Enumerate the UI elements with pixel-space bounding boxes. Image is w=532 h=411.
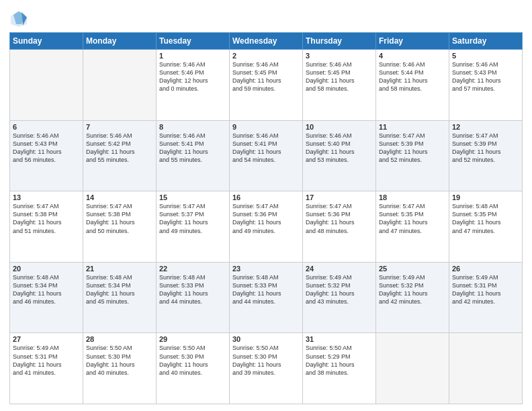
calendar-cell: 26Sunrise: 5:49 AM Sunset: 5:31 PM Dayli… <box>449 262 523 333</box>
calendar-cell: 16Sunrise: 5:47 AM Sunset: 5:36 PM Dayli… <box>230 191 303 263</box>
calendar-cell: 18Sunrise: 5:47 AM Sunset: 5:35 PM Dayli… <box>376 191 449 263</box>
calendar-cell: 28Sunrise: 5:50 AM Sunset: 5:30 PM Dayli… <box>83 333 157 404</box>
day-number: 30 <box>232 335 300 343</box>
calendar-cell: 10Sunrise: 5:46 AM Sunset: 5:40 PM Dayli… <box>303 120 376 191</box>
day-info: Sunrise: 5:46 AM Sunset: 5:43 PM Dayligh… <box>452 60 519 93</box>
day-info: Sunrise: 5:48 AM Sunset: 5:33 PM Dayligh… <box>159 273 226 306</box>
day-number: 22 <box>159 265 226 273</box>
day-number: 25 <box>379 265 446 273</box>
day-info: Sunrise: 5:46 AM Sunset: 5:43 PM Dayligh… <box>13 132 80 165</box>
col-header-thursday: Thursday <box>303 33 376 50</box>
day-number: 20 <box>13 265 80 273</box>
day-info: Sunrise: 5:50 AM Sunset: 5:30 PM Dayligh… <box>86 344 153 377</box>
day-info: Sunrise: 5:48 AM Sunset: 5:34 PM Dayligh… <box>13 273 80 306</box>
calendar-cell: 21Sunrise: 5:48 AM Sunset: 5:34 PM Dayli… <box>83 262 157 333</box>
calendar-cell: 30Sunrise: 5:50 AM Sunset: 5:30 PM Dayli… <box>230 333 303 404</box>
calendar-cell: 24Sunrise: 5:49 AM Sunset: 5:32 PM Dayli… <box>303 262 376 333</box>
day-number: 5 <box>452 52 519 60</box>
calendar-cell: 15Sunrise: 5:47 AM Sunset: 5:37 PM Dayli… <box>157 191 230 263</box>
calendar-cell: 1Sunrise: 5:46 AM Sunset: 5:46 PM Daylig… <box>157 50 230 121</box>
day-number: 31 <box>306 335 373 343</box>
calendar-cell: 7Sunrise: 5:46 AM Sunset: 5:42 PM Daylig… <box>83 120 157 191</box>
calendar-cell: 2Sunrise: 5:46 AM Sunset: 5:45 PM Daylig… <box>230 50 303 121</box>
day-info: Sunrise: 5:48 AM Sunset: 5:33 PM Dayligh… <box>232 273 300 306</box>
day-info: Sunrise: 5:47 AM Sunset: 5:39 PM Dayligh… <box>379 132 446 165</box>
day-info: Sunrise: 5:48 AM Sunset: 5:35 PM Dayligh… <box>452 202 519 235</box>
calendar-cell <box>10 50 83 121</box>
calendar-week-4: 20Sunrise: 5:48 AM Sunset: 5:34 PM Dayli… <box>10 262 523 333</box>
day-info: Sunrise: 5:47 AM Sunset: 5:36 PM Dayligh… <box>306 202 373 235</box>
calendar-week-2: 6Sunrise: 5:46 AM Sunset: 5:43 PM Daylig… <box>10 120 523 191</box>
day-info: Sunrise: 5:49 AM Sunset: 5:31 PM Dayligh… <box>452 273 519 306</box>
day-number: 13 <box>13 193 80 201</box>
page: SundayMondayTuesdayWednesdayThursdayFrid… <box>0 0 532 411</box>
calendar-cell: 9Sunrise: 5:46 AM Sunset: 5:41 PM Daylig… <box>230 120 303 191</box>
calendar-cell: 3Sunrise: 5:46 AM Sunset: 5:45 PM Daylig… <box>303 50 376 121</box>
calendar-cell: 11Sunrise: 5:47 AM Sunset: 5:39 PM Dayli… <box>376 120 449 191</box>
day-number: 27 <box>13 335 80 343</box>
day-info: Sunrise: 5:46 AM Sunset: 5:44 PM Dayligh… <box>379 60 446 93</box>
calendar-cell: 12Sunrise: 5:47 AM Sunset: 5:39 PM Dayli… <box>449 120 523 191</box>
day-number: 14 <box>86 193 153 201</box>
calendar-cell: 4Sunrise: 5:46 AM Sunset: 5:44 PM Daylig… <box>376 50 449 121</box>
day-number: 16 <box>232 193 300 201</box>
calendar-table: SundayMondayTuesdayWednesdayThursdayFrid… <box>9 32 523 404</box>
day-number: 12 <box>452 123 519 131</box>
calendar-cell: 31Sunrise: 5:50 AM Sunset: 5:29 PM Dayli… <box>303 333 376 404</box>
day-number: 26 <box>452 265 519 273</box>
day-info: Sunrise: 5:49 AM Sunset: 5:31 PM Dayligh… <box>13 344 80 377</box>
day-number: 4 <box>379 52 446 60</box>
day-number: 21 <box>86 265 153 273</box>
day-info: Sunrise: 5:49 AM Sunset: 5:32 PM Dayligh… <box>306 273 373 306</box>
day-number: 7 <box>86 123 153 131</box>
day-info: Sunrise: 5:47 AM Sunset: 5:39 PM Dayligh… <box>452 132 519 165</box>
header-row: SundayMondayTuesdayWednesdayThursdayFrid… <box>10 33 523 50</box>
day-number: 9 <box>232 123 300 131</box>
day-number: 2 <box>232 52 300 60</box>
day-info: Sunrise: 5:50 AM Sunset: 5:29 PM Dayligh… <box>306 344 373 377</box>
calendar-cell: 19Sunrise: 5:48 AM Sunset: 5:35 PM Dayli… <box>449 191 523 263</box>
day-info: Sunrise: 5:47 AM Sunset: 5:36 PM Dayligh… <box>232 202 300 235</box>
day-info: Sunrise: 5:46 AM Sunset: 5:41 PM Dayligh… <box>232 132 300 165</box>
day-number: 6 <box>13 123 80 131</box>
calendar-week-1: 1Sunrise: 5:46 AM Sunset: 5:46 PM Daylig… <box>10 50 523 121</box>
calendar-cell: 22Sunrise: 5:48 AM Sunset: 5:33 PM Dayli… <box>157 262 230 333</box>
day-number: 18 <box>379 193 446 201</box>
calendar-cell: 14Sunrise: 5:47 AM Sunset: 5:38 PM Dayli… <box>83 191 157 263</box>
day-info: Sunrise: 5:46 AM Sunset: 5:41 PM Dayligh… <box>159 132 226 165</box>
day-info: Sunrise: 5:47 AM Sunset: 5:38 PM Dayligh… <box>86 202 153 235</box>
calendar-cell: 20Sunrise: 5:48 AM Sunset: 5:34 PM Dayli… <box>10 262 83 333</box>
logo <box>9 9 30 28</box>
logo-icon <box>9 9 28 28</box>
day-info: Sunrise: 5:47 AM Sunset: 5:35 PM Dayligh… <box>379 202 446 235</box>
day-number: 1 <box>159 52 226 60</box>
calendar-cell <box>83 50 157 121</box>
day-info: Sunrise: 5:46 AM Sunset: 5:40 PM Dayligh… <box>306 132 373 165</box>
day-info: Sunrise: 5:47 AM Sunset: 5:37 PM Dayligh… <box>159 202 226 235</box>
calendar-cell: 13Sunrise: 5:47 AM Sunset: 5:38 PM Dayli… <box>10 191 83 263</box>
day-number: 11 <box>379 123 446 131</box>
day-info: Sunrise: 5:47 AM Sunset: 5:38 PM Dayligh… <box>13 202 80 235</box>
col-header-monday: Monday <box>83 33 157 50</box>
day-number: 8 <box>159 123 226 131</box>
day-info: Sunrise: 5:46 AM Sunset: 5:42 PM Dayligh… <box>86 132 153 165</box>
day-info: Sunrise: 5:49 AM Sunset: 5:32 PM Dayligh… <box>379 273 446 306</box>
day-number: 23 <box>232 265 300 273</box>
calendar-cell: 29Sunrise: 5:50 AM Sunset: 5:30 PM Dayli… <box>157 333 230 404</box>
header <box>9 7 523 28</box>
day-number: 19 <box>452 193 519 201</box>
col-header-wednesday: Wednesday <box>230 33 303 50</box>
day-info: Sunrise: 5:50 AM Sunset: 5:30 PM Dayligh… <box>232 344 300 377</box>
col-header-tuesday: Tuesday <box>157 33 230 50</box>
day-info: Sunrise: 5:46 AM Sunset: 5:46 PM Dayligh… <box>159 60 226 93</box>
calendar-cell: 6Sunrise: 5:46 AM Sunset: 5:43 PM Daylig… <box>10 120 83 191</box>
calendar-cell <box>449 333 523 404</box>
calendar-cell: 17Sunrise: 5:47 AM Sunset: 5:36 PM Dayli… <box>303 191 376 263</box>
day-number: 29 <box>159 335 226 343</box>
calendar-cell <box>376 333 449 404</box>
day-number: 24 <box>306 265 373 273</box>
day-number: 17 <box>306 193 373 201</box>
calendar-week-5: 27Sunrise: 5:49 AM Sunset: 5:31 PM Dayli… <box>10 333 523 404</box>
day-info: Sunrise: 5:46 AM Sunset: 5:45 PM Dayligh… <box>232 60 300 93</box>
day-info: Sunrise: 5:50 AM Sunset: 5:30 PM Dayligh… <box>159 344 226 377</box>
